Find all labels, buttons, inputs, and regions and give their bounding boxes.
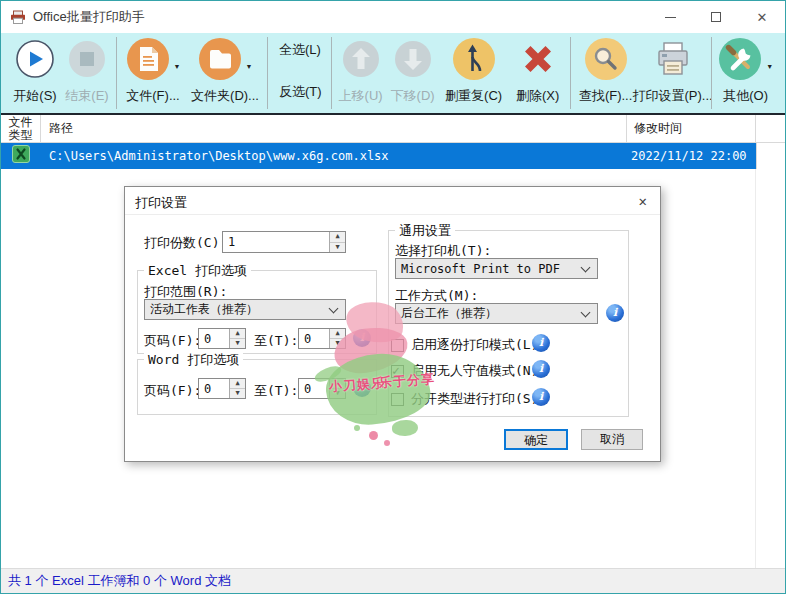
collate-mode-option: 启用逐份打印模式(L) <box>391 336 538 354</box>
word-page-from-label: 页码(F): <box>144 382 201 400</box>
toolbar-separator <box>267 37 268 109</box>
info-icon[interactable]: i <box>532 388 550 406</box>
statusbar: 共 1 个 Excel 工作簿和 0 个 Word 文档 <box>1 568 785 593</box>
spin-up-button[interactable]: ▲ <box>230 329 245 339</box>
delete-button[interactable]: 删除(X) <box>509 33 567 113</box>
info-icon[interactable]: i <box>353 329 371 347</box>
excel-page-to-label: 至(T): <box>254 332 298 350</box>
info-icon[interactable]: i <box>353 379 371 397</box>
maximize-button[interactable] <box>693 1 739 33</box>
invert-selection-button[interactable]: 反选(T) <box>279 83 322 101</box>
delete-x-icon <box>516 37 560 85</box>
chevron-down-icon[interactable]: ▼ <box>246 63 253 70</box>
file-path-cell: C:\Users\Administrator\Desktop\www.x6g.c… <box>41 143 627 169</box>
titlebar: Office批量打印助手 ✕ <box>1 1 785 33</box>
dialog-titlebar: 打印设置 ✕ <box>125 187 660 215</box>
file-modified-cell: 2022/11/12 22:00 <box>627 143 756 169</box>
spin-down-button[interactable]: ▼ <box>330 243 345 253</box>
printer-select[interactable]: Microsoft Print to PDF <box>395 258 598 279</box>
collate-mode-checkbox[interactable] <box>391 339 404 352</box>
stop-icon <box>67 39 107 83</box>
excel-page-to-stepper[interactable]: 0 ▲▼ <box>298 328 346 349</box>
chevron-down-icon[interactable]: ▼ <box>766 63 773 70</box>
add-file-button[interactable]: ▼ 文件(F)... <box>120 33 186 113</box>
tools-icon <box>718 37 762 85</box>
column-header-modified[interactable]: 修改时间 <box>627 115 756 142</box>
work-mode-select[interactable]: 后台工作（推荐） <box>395 303 598 324</box>
excel-group-title: Excel 打印选项 <box>144 262 251 280</box>
spin-up-button[interactable]: ▲ <box>330 329 345 339</box>
spin-down-button[interactable]: ▼ <box>230 389 245 398</box>
remove-duplicates-button[interactable]: 删重复(C) <box>439 33 509 113</box>
spin-buttons: ▲ ▼ <box>329 232 345 252</box>
close-button[interactable]: ✕ <box>739 1 785 33</box>
dialog-title: 打印设置 <box>135 194 187 212</box>
word-page-to-label: 至(T): <box>254 382 298 400</box>
toolbar-separator <box>116 37 117 109</box>
copies-label: 打印份数(C): <box>144 234 227 252</box>
app-window: Office批量打印助手 ✕ 开始(S) 结束(E) ▼ 文件(F)... <box>0 0 786 594</box>
excel-file-icon <box>12 145 30 167</box>
print-settings-button[interactable]: 打印设置(P)... <box>638 33 708 113</box>
toolbar-separator <box>570 37 571 109</box>
dialog-close-button[interactable]: ✕ <box>639 193 647 209</box>
app-printer-icon <box>10 10 26 25</box>
arrow-up-icon <box>341 39 381 83</box>
file-type-cell <box>1 143 41 169</box>
minimize-icon <box>665 17 676 18</box>
chevron-down-icon <box>329 304 339 314</box>
print-range-select[interactable]: 活动工作表（推荐） <box>144 299 346 320</box>
word-group-title: Word 打印选项 <box>144 351 243 369</box>
spin-up-button[interactable]: ▲ <box>230 379 245 389</box>
spin-up-button[interactable]: ▲ <box>330 232 345 243</box>
word-page-to-stepper[interactable]: 0 ▲▼ <box>298 378 346 399</box>
general-group-title: 通用设置 <box>395 222 455 240</box>
minimize-button[interactable] <box>647 1 693 33</box>
cancel-button[interactable]: 取消 <box>581 429 643 450</box>
find-button[interactable]: 查找(F)... <box>574 33 638 113</box>
spin-down-button[interactable]: ▼ <box>330 389 345 398</box>
move-up-button: 上移(U) <box>335 33 387 113</box>
window-controls: ✕ <box>647 1 785 33</box>
chevron-down-icon[interactable]: ▼ <box>174 63 181 70</box>
info-icon[interactable]: i <box>532 334 550 352</box>
table-row[interactable]: C:\Users\Administrator\Desktop\www.x6g.c… <box>1 143 785 169</box>
other-button[interactable]: ▼ 其他(O) <box>715 33 777 113</box>
copies-value[interactable]: 1 <box>223 232 329 252</box>
toolbar-separator <box>331 37 332 109</box>
select-all-button[interactable]: 全选(L) <box>279 41 322 59</box>
end-button: 结束(E) <box>61 33 113 113</box>
merge-arrow-icon <box>452 37 496 85</box>
word-page-from-stepper[interactable]: 0 ▲▼ <box>198 378 246 399</box>
spin-up-button[interactable]: ▲ <box>330 379 345 389</box>
folder-icon <box>198 37 242 85</box>
ok-button[interactable]: 确定 <box>504 429 568 450</box>
spin-down-button[interactable]: ▼ <box>330 339 345 348</box>
start-button[interactable]: 开始(S) <box>9 33 61 113</box>
column-guide-line <box>755 169 756 568</box>
toolbar: 开始(S) 结束(E) ▼ 文件(F)... ▼ 文件夹(D)... 全选(L)… <box>1 33 785 115</box>
window-title: Office批量打印助手 <box>33 8 145 26</box>
column-header-path[interactable]: 路径 <box>41 115 627 142</box>
maximize-icon <box>711 12 721 22</box>
print-settings-dialog: 打印设置 ✕ 打印份数(C): 1 ▲ ▼ Excel 打印选项 打印范围(R)… <box>124 186 661 462</box>
play-icon <box>15 39 55 83</box>
row-blank-cell <box>756 143 785 169</box>
column-header-file-type[interactable]: 文件类型 <box>1 115 41 142</box>
copies-stepper[interactable]: 1 ▲ ▼ <box>222 231 346 253</box>
selection-group: 全选(L) 反选(T) <box>271 33 328 113</box>
file-table-header: 文件类型 路径 修改时间 <box>1 115 785 143</box>
spin-down-button[interactable]: ▼ <box>230 339 245 348</box>
search-icon <box>584 37 628 85</box>
excel-page-from-label: 页码(F): <box>144 332 201 350</box>
info-icon[interactable]: i <box>532 360 550 378</box>
info-icon[interactable]: i <box>606 304 624 322</box>
status-summary: 共 1 个 Excel 工作簿和 0 个 Word 文档 <box>8 572 231 590</box>
chevron-down-icon <box>581 308 591 318</box>
printer-icon <box>651 37 695 85</box>
split-type-option: 分开类型进行打印(S) <box>391 390 538 408</box>
excel-page-from-stepper[interactable]: 0 ▲▼ <box>198 328 246 349</box>
split-type-checkbox[interactable] <box>391 393 404 406</box>
unattended-mode-checkbox[interactable] <box>391 365 404 378</box>
add-folder-button[interactable]: ▼ 文件夹(D)... <box>186 33 264 113</box>
